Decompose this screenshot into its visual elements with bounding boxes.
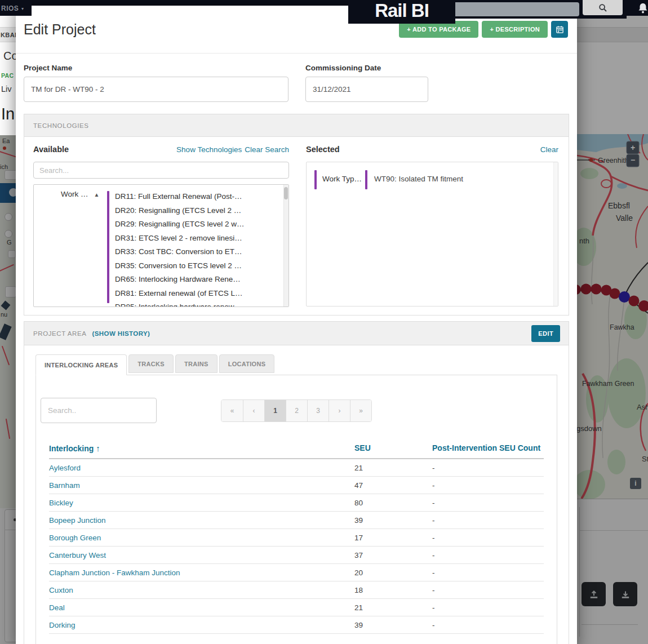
- seu-value: 21: [354, 603, 432, 612]
- available-item[interactable]: DR65: Interlocking Hardware Rene…: [115, 273, 289, 287]
- seu-value: 47: [354, 481, 432, 490]
- table-row: Borough Green 17 -: [49, 529, 544, 547]
- pagination-prev[interactable]: ‹: [243, 400, 264, 421]
- interlocking-link[interactable]: Clapham Junction - Fawkham Junction: [49, 569, 180, 577]
- table-row: Bopeep Junction 39 -: [49, 512, 544, 529]
- column-header-interlocking[interactable]: Interlocking↑: [49, 443, 354, 453]
- interlocking-table: Interlocking↑ SEU Post-Intervention SEU …: [49, 443, 544, 634]
- calendar-button[interactable]: [551, 21, 568, 38]
- breadcrumb: KBAN: [0, 27, 16, 42]
- seu-value: 80: [354, 499, 432, 507]
- interlocking-link[interactable]: Cuxton: [49, 586, 73, 594]
- table-row: Barnham 47 -: [49, 477, 544, 494]
- pagination-next[interactable]: ›: [329, 400, 350, 421]
- pagination-last[interactable]: »: [350, 400, 371, 421]
- pagination-first[interactable]: «: [221, 400, 243, 421]
- page-text-fragment-co: Co: [3, 50, 16, 63]
- technologies-section-title: TECHNOLOGIES: [33, 122, 89, 129]
- available-item[interactable]: DR81: External renewal (of ETCS L…: [115, 287, 289, 301]
- nav-item-scenarios-label: RIOS: [1, 5, 19, 12]
- available-item[interactable]: DR11: Full External Renewal (Post-…: [115, 190, 289, 204]
- clear-selected-link[interactable]: Clear: [540, 145, 558, 154]
- global-search-button[interactable]: [583, 0, 623, 15]
- selected-item[interactable]: Work Typ… WT90: Isolated TM fitment: [314, 170, 558, 189]
- sort-ascending-icon: ↑: [96, 443, 100, 453]
- project-name-input[interactable]: [24, 77, 289, 102]
- bell-icon: [636, 2, 648, 15]
- interlocking-link[interactable]: Bopeep Junction: [49, 516, 106, 525]
- edit-button[interactable]: EDIT: [531, 325, 560, 342]
- column-header-seu[interactable]: SEU: [354, 443, 432, 453]
- post-intervention-value: -: [432, 481, 544, 490]
- available-group-row[interactable]: Work …▲: [34, 190, 107, 307]
- post-intervention-value: -: [432, 516, 544, 525]
- post-intervention-value: -: [432, 569, 544, 577]
- technologies-search-input[interactable]: [33, 162, 289, 179]
- selected-label: Selected: [306, 145, 340, 154]
- technologies-section-bar: TECHNOLOGIES: [24, 114, 569, 137]
- seu-value: 21: [354, 464, 432, 472]
- interlocking-link[interactable]: Deal: [49, 603, 65, 612]
- available-items: DR11: Full External Renewal (Post-… DR20…: [109, 190, 289, 307]
- interlocking-link[interactable]: Borough Green: [49, 534, 101, 542]
- table-row: Clapham Junction - Fawkham Junction 20 -: [49, 564, 544, 581]
- tab-trains[interactable]: TRAINS: [175, 354, 218, 373]
- brand-box: Rail BI: [348, 0, 455, 24]
- nav-item-scenarios[interactable]: RIOS ▾: [0, 0, 32, 16]
- available-item[interactable]: DR85: Interlocking hardware renew: [115, 300, 289, 307]
- table-row: Cuxton 18 -: [49, 581, 544, 599]
- seu-value: 20: [354, 569, 432, 577]
- commissioning-date-input[interactable]: [305, 77, 428, 102]
- post-intervention-value: -: [432, 586, 544, 594]
- interlocking-link[interactable]: Barnham: [49, 481, 80, 490]
- commissioning-date-label: Commissioning Date: [305, 64, 428, 72]
- notifications-button[interactable]: [636, 2, 648, 15]
- page: REPORTS SETTINGS RIOS ▾ Rail BI KBAN Co …: [0, 0, 648, 644]
- column-header-post-intervention[interactable]: Post-Intervention SEU Count: [432, 443, 544, 453]
- scrollbar-thumb[interactable]: [284, 187, 288, 199]
- scrollbar[interactable]: [553, 162, 558, 306]
- post-intervention-value: -: [432, 534, 544, 542]
- interlocking-link[interactable]: Dorking: [49, 621, 76, 629]
- tab-interlocking-areas[interactable]: INTERLOCKING AREAS: [35, 354, 127, 375]
- seu-value: 39: [354, 516, 432, 525]
- available-item[interactable]: DR31: ETCS level 2 - remove linesi…: [115, 232, 289, 246]
- show-technologies-link[interactable]: Show Technologies: [176, 145, 242, 154]
- pagination-page-1[interactable]: 1: [264, 400, 286, 421]
- tab-locations[interactable]: LOCATIONS: [219, 354, 275, 373]
- column-header-interlocking-label: Interlocking: [49, 444, 94, 453]
- technologies-section: TECHNOLOGIES Available Show Technologies…: [24, 114, 569, 316]
- project-area-section-bar: PROJECT AREA (SHOW HISTORY) EDIT: [24, 322, 569, 345]
- post-intervention-value: -: [432, 551, 544, 559]
- tab-tracks[interactable]: TRACKS: [128, 354, 174, 373]
- post-intervention-value: -: [432, 603, 544, 612]
- available-item[interactable]: DR33: Cost TBC: Conversion to ET…: [115, 245, 289, 259]
- project-name-field-group: Project Name: [24, 64, 289, 102]
- interlocking-link[interactable]: Bickley: [49, 499, 73, 507]
- available-item[interactable]: DR35: Conversion to ETCS level 2 …: [115, 259, 289, 273]
- search-icon: [598, 3, 607, 12]
- calendar-icon: [556, 25, 564, 34]
- available-item[interactable]: DR20: Resignalling (ETCS Level 2 …: [115, 204, 289, 218]
- table-row: Aylesford 21 -: [49, 459, 544, 477]
- post-intervention-value: -: [432, 499, 544, 507]
- clear-search-link[interactable]: Clear Search: [245, 145, 289, 154]
- commissioning-date-field-group: Commissioning Date: [305, 64, 428, 102]
- pagination-page-2[interactable]: 2: [286, 400, 307, 421]
- interlocking-link[interactable]: Canterbury West: [49, 551, 106, 559]
- scrollbar[interactable]: [283, 185, 289, 307]
- available-group-label: Work …: [61, 190, 88, 198]
- seu-value: 17: [354, 534, 432, 542]
- selected-item-label: WT90: Isolated TM fitment: [367, 170, 463, 189]
- interlocking-search-input[interactable]: [41, 398, 157, 423]
- table-row: Canterbury West 37 -: [49, 547, 544, 564]
- available-item[interactable]: DR29: Resignalling (ETCS level 2 w…: [115, 217, 289, 232]
- show-history-link[interactable]: (SHOW HISTORY): [92, 330, 150, 337]
- seu-value: 39: [354, 621, 432, 629]
- pagination-page-3[interactable]: 3: [307, 400, 329, 421]
- technologies-body: Available Show Technologies Clear Search…: [24, 137, 569, 315]
- selected-column: Selected Clear Work Typ… WT90: Isolated …: [306, 145, 558, 307]
- add-description-button[interactable]: + DESCRIPTION: [482, 21, 548, 38]
- interlocking-link[interactable]: Aylesford: [49, 464, 81, 472]
- page-text-fragment-liv: Liv: [1, 85, 12, 94]
